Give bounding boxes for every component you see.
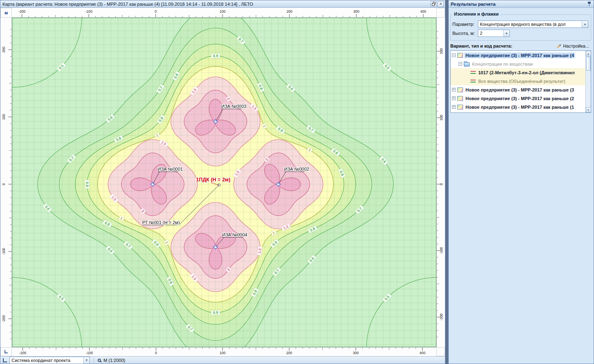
tree-item[interactable]: −Концентрации по веществам: [451, 60, 585, 68]
svg-text:-100: -100: [2, 248, 6, 255]
results-tree: −Новое предприятие (3) - МРР-2017 как ра…: [450, 50, 591, 113]
map-scale-label: М (1:2000): [103, 358, 125, 363]
height-value: 2: [478, 31, 503, 36]
tree-item-label[interactable]: Новое предприятие (3) - МРР-2017 как ран…: [464, 104, 575, 110]
tree-item-label[interactable]: Концентрации по веществам: [471, 61, 534, 67]
tree-item-label[interactable]: Все вещества (Объединённый результат): [477, 78, 566, 84]
svg-text:0.9: 0.9: [85, 182, 89, 187]
svg-text:200: 200: [286, 351, 292, 355]
ruler-top: -200-1000100200300400: [12, 8, 436, 18]
svg-text:400: 400: [420, 351, 426, 355]
ruler-corner-tr: [436, 8, 445, 18]
tree-item-label[interactable]: Новое предприятие (3) - МРР-2017 как ран…: [464, 96, 575, 101]
tree-item[interactable]: −Новое предприятие (3) - МРР-2017 как ра…: [451, 51, 585, 60]
parameter-label: Параметр:: [452, 22, 478, 27]
settings-button-label: Настройка...: [563, 43, 589, 48]
svg-text:100: 100: [220, 9, 226, 14]
iso-icon: [470, 79, 476, 84]
svg-text:200: 200: [287, 9, 293, 14]
app-root: Карта (вариант расчета: Новое предприяти…: [0, 0, 594, 364]
svg-text:-200: -200: [19, 351, 26, 355]
expand-icon[interactable]: +: [452, 88, 456, 92]
scrollbar-thumb[interactable]: [586, 57, 591, 71]
svg-text:-100: -100: [439, 247, 443, 254]
results-panel-body: Изолинии и флажки Параметр: Концентрация…: [449, 8, 594, 364]
tree-rows: −Новое предприятие (3) - МРР-2017 как ра…: [451, 51, 585, 112]
height-select[interactable]: 2 ▼: [478, 30, 510, 37]
chevron-down-icon[interactable]: ▼: [83, 357, 89, 364]
map-window: Карта (вариант расчета: Новое предприяти…: [0, 0, 445, 364]
svg-text:-200: -200: [439, 314, 443, 321]
parameter-select[interactable]: Концентрация вредного вещества (в дол ▼: [478, 21, 588, 28]
ruler-corner-bl[interactable]: [0, 347, 12, 356]
map-statusbar: Система координат проекта ▼ М (1:2000): [0, 356, 445, 364]
collapse-icon[interactable]: −: [459, 62, 462, 66]
tree-item[interactable]: +Новое предприятие (3) - МРР-2017 как ра…: [451, 85, 585, 94]
variant-icon: [457, 105, 463, 110]
variant-header-row: Вариант, тип и код расчета: Настройка...: [450, 43, 591, 49]
map-scale-icon: [98, 359, 101, 362]
svg-text:0.9: 0.9: [213, 54, 218, 58]
svg-text:0: 0: [439, 183, 443, 185]
folder-icon: [464, 62, 470, 66]
tree-item[interactable]: +Новое предприятие (3) - МРР-2017 как ра…: [451, 103, 585, 111]
variant-icon: [457, 96, 463, 101]
contour-label: 0.9: [211, 53, 220, 58]
scroll-up-icon[interactable]: ▲: [586, 51, 591, 56]
svg-text:300: 300: [353, 9, 360, 14]
results-panel-titlebar[interactable]: Результаты расчета: [449, 0, 594, 8]
map-window-title: Карта (вариант расчета: Новое предприяти…: [2, 2, 430, 7]
svg-text:-200: -200: [18, 9, 25, 14]
pencil-icon: [557, 44, 561, 48]
results-panel-title: Результаты расчета: [451, 2, 587, 7]
tree-item-label[interactable]: Новое предприятие (3) - МРР-2017 как ран…: [464, 53, 575, 58]
statusbar-separator: [94, 357, 94, 363]
tree-item-label[interactable]: 1017 (2-Метилбут-3-ен-2-ол (Диметилвинил: [477, 70, 576, 76]
ruler-unit-box: м: [0, 8, 12, 18]
svg-text:200: 200: [2, 47, 6, 53]
isolines-group-title: Изолинии и флажки: [452, 11, 500, 16]
close-window-button[interactable]: ×: [438, 1, 444, 7]
svg-text:0: 0: [155, 351, 157, 355]
tree-item[interactable]: 1017 (2-Метилбут-3-ен-2-ол (Диметилвинил: [451, 68, 585, 77]
tree-item[interactable]: Все вещества (Объединённый результат): [451, 77, 585, 85]
panel-splitter[interactable]: [445, 0, 448, 364]
window-restore-icon: [432, 2, 436, 6]
scroll-down-icon[interactable]: ▼: [586, 107, 591, 112]
height-label: Высота, м:: [452, 31, 478, 36]
svg-text:0.9: 0.9: [213, 311, 218, 315]
svg-text:0: 0: [155, 9, 157, 14]
tree-scrollbar[interactable]: ▲ ▼: [585, 51, 591, 112]
parameter-value: Концентрация вредного вещества (в дол: [478, 22, 582, 27]
contour-label: 0.9: [211, 310, 220, 315]
expand-icon[interactable]: +: [452, 96, 456, 100]
svg-text:-100: -100: [85, 9, 92, 14]
variant-label: Вариант, тип и код расчета:: [450, 43, 512, 48]
coordinate-system-select[interactable]: Система координат проекта ▼: [9, 357, 90, 364]
map-annotation-label: ИЗА №0002: [284, 167, 309, 172]
map-annotation-label: 1ПДК (Н = 2м): [196, 177, 231, 183]
expand-icon[interactable]: +: [452, 105, 456, 109]
window-buttons: ×: [430, 1, 444, 7]
variant-icon: [457, 53, 463, 58]
chevron-down-icon[interactable]: ▼: [503, 30, 509, 37]
map-canvas-svg[interactable]: 0.50.50.50.50.60.60.60.60.60.60.70.70.70…: [12, 18, 436, 347]
pin-icon[interactable]: [587, 1, 592, 7]
map-window-titlebar[interactable]: Карта (вариант расчета: Новое предприяти…: [0, 0, 445, 8]
tree-item-label[interactable]: Новое предприятие (3) - МРР-2017 как ран…: [464, 87, 575, 93]
map-annotation-label: ИЗА №0003: [221, 104, 246, 109]
ruler-bottom: -200-1000100200300400: [12, 347, 436, 356]
settings-button[interactable]: Настройка...: [555, 43, 591, 49]
variant-icon: [457, 87, 463, 92]
svg-text:300: 300: [353, 351, 359, 355]
ruler-left: -200-1000100200: [0, 18, 12, 347]
results-panel: Результаты расчета Изолинии и флажки Пар…: [448, 0, 594, 364]
svg-text:100: 100: [439, 115, 443, 121]
collapse-icon[interactable]: −: [452, 53, 456, 57]
map-annotation-label: ИЗА №0001: [158, 167, 183, 172]
svg-text:400: 400: [420, 9, 427, 14]
axes-icon: [5, 350, 8, 353]
chevron-down-icon[interactable]: ▼: [582, 21, 588, 27]
restore-window-button[interactable]: [431, 1, 437, 7]
tree-item[interactable]: +Новое предприятие (3) - МРР-2017 как ра…: [451, 94, 585, 103]
